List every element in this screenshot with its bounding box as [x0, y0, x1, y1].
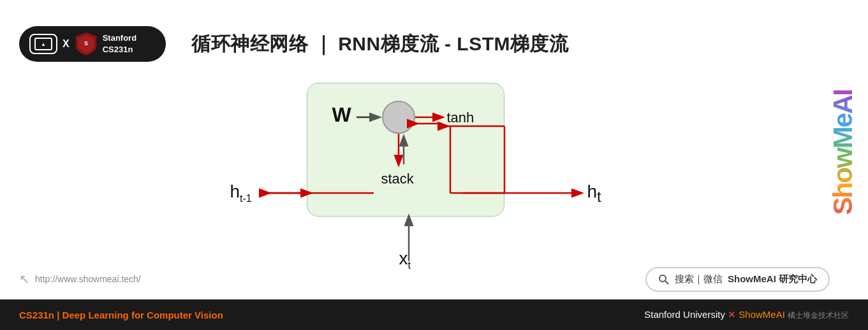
showmeai-logo-icon — [29, 34, 57, 54]
svg-line-16 — [665, 281, 668, 284]
content-area: W tanh stack ht-1 ht xt — [0, 76, 868, 274]
label-stack: stack — [381, 171, 414, 187]
logo-badge: X S Stanford CS231n — [19, 26, 166, 62]
url-bar: ↖ http://www.showmeai.tech/ — [19, 271, 141, 287]
cursor-icon: ↖ — [19, 271, 30, 287]
bottom-left-description: | Deep Learning for Computer Vision — [57, 310, 223, 320]
bottom-right-text: Stanford University ✕ ShowMeAI 橘士堆金技术社区 — [644, 309, 849, 321]
svg-point-15 — [659, 275, 666, 282]
bottom-bar: CS231n | Deep Learning for Computer Visi… — [0, 299, 868, 330]
label-ht: ht — [587, 182, 601, 206]
stanford-text: Stanford CS231n — [103, 32, 136, 55]
screen-icon — [34, 38, 52, 50]
label-tanh: tanh — [447, 110, 474, 126]
stanford-label: Stanford University — [644, 309, 728, 320]
label-xt: xt — [399, 248, 411, 271]
search-prefix: 搜索｜微信 — [675, 273, 723, 285]
x-separator: ✕ — [728, 309, 736, 320]
diagram-container: W tanh stack ht-1 ht xt — [211, 76, 658, 274]
title-area: 循环神经网络 ｜ RNN梯度流 - LSTM梯度流 — [191, 31, 849, 57]
w-node — [382, 101, 415, 134]
stanford-shield-icon: S — [75, 31, 98, 57]
showmeai-label: ShowMeAI — [739, 309, 785, 320]
label-w: W — [332, 103, 351, 127]
header: X S Stanford CS231n 循环神经网络 ｜ RNN梯度流 - LS… — [0, 0, 868, 83]
bottom-left-text: CS231n | Deep Learning for Computer Visi… — [19, 310, 223, 320]
svg-text:S: S — [84, 40, 88, 47]
url-text: http://www.showmeai.tech/ — [35, 274, 141, 284]
search-badge[interactable]: 搜索｜微信 ShowMeAI 研究中心 — [645, 267, 830, 292]
x-divider: X — [63, 38, 70, 50]
page-title: 循环神经网络 ｜ RNN梯度流 - LSTM梯度流 — [191, 31, 849, 57]
search-bold-text: ShowMeAI 研究中心 — [728, 273, 817, 285]
community-label: 橘士堆金技术社区 — [788, 311, 849, 320]
cs231n-label: CS231n — [19, 310, 54, 320]
search-icon — [658, 274, 670, 285]
label-ht-minus-1: ht-1 — [230, 182, 252, 204]
